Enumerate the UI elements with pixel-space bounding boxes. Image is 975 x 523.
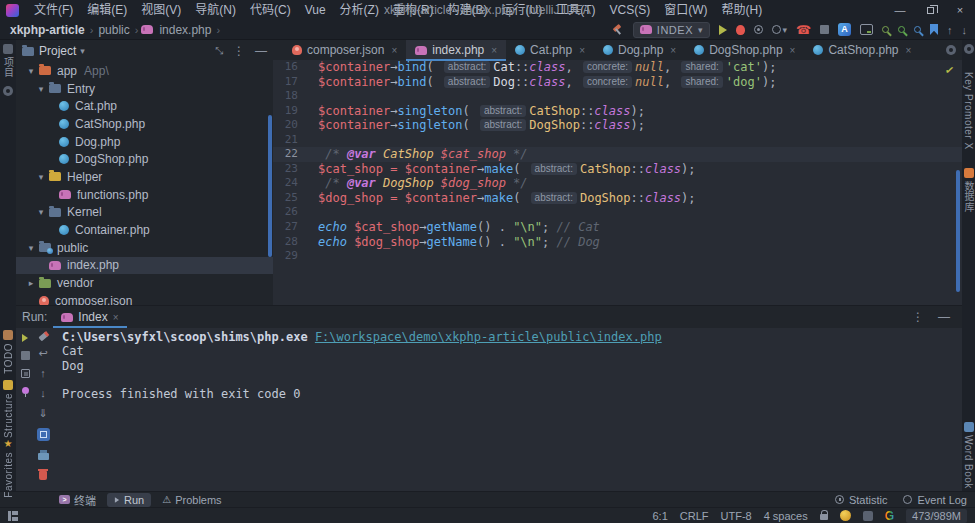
tool-button-run[interactable]: Run bbox=[107, 493, 151, 507]
coverage-button[interactable] bbox=[754, 25, 763, 34]
code-line[interactable]: 28echo $dog_shop→getName() . "\n"; // Do… bbox=[273, 235, 962, 250]
chevron-icon[interactable]: ▾ bbox=[36, 84, 46, 94]
tree-item-app[interactable]: ▾appApp\ bbox=[16, 62, 273, 80]
close-icon[interactable]: × bbox=[579, 45, 585, 56]
plugin-status-icon[interactable] bbox=[840, 510, 851, 521]
terminal-window-icon[interactable] bbox=[860, 24, 873, 35]
tree-item-entry[interactable]: ▾Entry bbox=[16, 80, 273, 98]
minimize-button[interactable]: — bbox=[885, 0, 915, 20]
menu-item[interactable]: 分析(Z) bbox=[333, 0, 386, 20]
code-line[interactable]: 27echo $cat_shop→getName() . "\n"; // Ca… bbox=[273, 220, 962, 235]
tree-item-public[interactable]: ▾public bbox=[16, 239, 273, 257]
chevron-icon[interactable]: ▾ bbox=[26, 243, 36, 253]
code-line[interactable]: 26 bbox=[273, 205, 962, 220]
tab-options[interactable] bbox=[962, 44, 975, 54]
pin-tab-icon[interactable] bbox=[22, 387, 29, 394]
tool-window-switcher-icon[interactable] bbox=[8, 511, 18, 521]
code-line[interactable]: 19$container→singleton( abstract:CatShop… bbox=[273, 104, 962, 119]
chevron-down-icon[interactable]: ▾ bbox=[80, 46, 85, 56]
tool-window-structure[interactable]: Structure bbox=[0, 380, 16, 438]
code-line[interactable]: 21 bbox=[273, 133, 962, 148]
tool-window-todo[interactable]: TODO bbox=[0, 330, 16, 374]
tree-item-container-php[interactable]: Container.php bbox=[16, 221, 273, 239]
print-icon[interactable] bbox=[38, 453, 49, 460]
code-line[interactable]: 22 /* @var CatShop $cat_shop */ bbox=[273, 147, 962, 162]
translate-icon[interactable]: A bbox=[838, 23, 851, 36]
file-encoding[interactable]: UTF-8 bbox=[721, 510, 752, 522]
tree-item-catshop-php[interactable]: CatShop.php bbox=[16, 115, 273, 133]
run-console[interactable]: C:\Users\syfxl\scoop\shims\php.exe F:\wo… bbox=[52, 328, 962, 491]
tree-item-functions-php[interactable]: functions.php bbox=[16, 186, 273, 204]
menu-item[interactable]: Vue bbox=[298, 0, 333, 20]
menu-item[interactable]: 窗口(W) bbox=[657, 0, 714, 20]
up-stack-icon[interactable]: ↑ bbox=[40, 368, 46, 379]
more-options-icon[interactable]: ⋮ bbox=[233, 44, 245, 58]
profiler-button[interactable]: ▾ bbox=[772, 25, 788, 35]
line-ending[interactable]: CRLF bbox=[680, 510, 709, 522]
code-line[interactable]: 17$container→bind( abstract:Dog::class, … bbox=[273, 75, 962, 90]
tree-item-dogshop-php[interactable]: DogShop.php bbox=[16, 150, 273, 168]
console-settings-icon[interactable] bbox=[37, 428, 50, 441]
chevron-icon[interactable]: ▾ bbox=[26, 66, 36, 76]
close-icon[interactable]: × bbox=[491, 45, 497, 56]
search-replace-icon[interactable] bbox=[898, 26, 905, 33]
tree-item-index-php[interactable]: index.php bbox=[16, 257, 273, 275]
code-line[interactable]: 25$dog_shop = $container→make( abstract:… bbox=[273, 191, 962, 206]
code-line[interactable]: 23$cat_shop = $container→make( abstract:… bbox=[273, 162, 962, 177]
indent-setting[interactable]: 4 spaces bbox=[764, 510, 808, 522]
tab-composer-json[interactable]: composer.json× bbox=[283, 40, 406, 60]
run-button[interactable] bbox=[719, 25, 727, 35]
close-icon[interactable]: × bbox=[906, 45, 912, 56]
close-icon[interactable]: × bbox=[391, 45, 397, 56]
code-line[interactable]: 18 bbox=[273, 89, 962, 104]
tool-window-project[interactable]: 项目 bbox=[0, 44, 16, 78]
tree-item-cat-php[interactable]: Cat.php bbox=[16, 97, 273, 115]
find-icon[interactable] bbox=[914, 26, 921, 33]
tool-button-problems[interactable]: ⚠Problems bbox=[155, 493, 228, 507]
event-log-button[interactable]: Event Log bbox=[903, 494, 967, 506]
close-icon[interactable]: × bbox=[670, 45, 676, 56]
close-button[interactable]: × bbox=[945, 0, 975, 20]
file-link[interactable]: F:\workspace\demo\xkphp-article\public\i… bbox=[315, 330, 662, 344]
bookmark-icon[interactable] bbox=[930, 24, 938, 35]
caret-position[interactable]: 6:1 bbox=[652, 510, 667, 522]
soft-wrap-icon[interactable]: ↩ bbox=[38, 348, 47, 359]
tab-cat-php[interactable]: Cat.php× bbox=[506, 40, 594, 60]
code-line[interactable]: 29 bbox=[273, 249, 962, 264]
rerun-icon[interactable] bbox=[22, 334, 28, 342]
tab-dog-php[interactable]: Dog.php× bbox=[594, 40, 685, 60]
menu-item[interactable]: 代码(C) bbox=[243, 0, 298, 20]
tab-catshop-php[interactable]: CatShop.php× bbox=[804, 40, 920, 60]
code-line[interactable]: 20$container→singleton( abstract:DogShop… bbox=[273, 118, 962, 133]
menu-item[interactable]: 文件(F) bbox=[27, 0, 80, 20]
memory-indicator[interactable]: 473/989M bbox=[906, 509, 967, 523]
clear-icon[interactable] bbox=[38, 332, 48, 342]
hide-panel-icon[interactable]: — bbox=[255, 44, 267, 58]
project-scrollbar[interactable] bbox=[268, 115, 272, 257]
scroll-end-icon[interactable]: ⇓ bbox=[38, 408, 47, 419]
lock-icon[interactable] bbox=[820, 514, 828, 520]
code-line[interactable]: 24 /* @var DogShop $dog_shop */ bbox=[273, 176, 962, 191]
tree-item-kernel[interactable]: ▾Kernel bbox=[16, 204, 273, 222]
close-icon[interactable]: × bbox=[790, 45, 796, 56]
debug-listen-icon[interactable]: ☎ bbox=[796, 24, 811, 36]
tool-window-database[interactable]: 数据库 bbox=[962, 168, 975, 213]
run-config-selector[interactable]: INDEX ▾ bbox=[633, 22, 710, 38]
stop-button[interactable] bbox=[820, 25, 829, 34]
menu-item[interactable]: 帮助(H) bbox=[715, 0, 770, 20]
tab-index-php[interactable]: index.php× bbox=[406, 40, 506, 60]
tool-window-globe[interactable] bbox=[0, 86, 16, 96]
debug-button[interactable] bbox=[736, 25, 745, 35]
tool-window-key-promoter[interactable]: Key Promoter X bbox=[962, 72, 975, 150]
restore-layout-icon[interactable] bbox=[21, 369, 30, 378]
tab-dogshop-php[interactable]: DogShop.php× bbox=[685, 40, 804, 60]
down-arrow-icon[interactable]: ↓ bbox=[962, 24, 968, 36]
close-icon[interactable]: × bbox=[113, 312, 119, 323]
breadcrumb-item[interactable]: public bbox=[96, 23, 131, 37]
up-arrow-icon[interactable]: ↑ bbox=[947, 24, 953, 36]
tool-window-word-book[interactable]: Word Book bbox=[962, 422, 975, 489]
chevron-icon[interactable]: ▾ bbox=[36, 207, 46, 217]
tree-item-helper[interactable]: ▾Helper bbox=[16, 168, 273, 186]
run-tab-index[interactable]: Index × bbox=[53, 306, 126, 328]
plugin-icon[interactable] bbox=[863, 511, 873, 521]
